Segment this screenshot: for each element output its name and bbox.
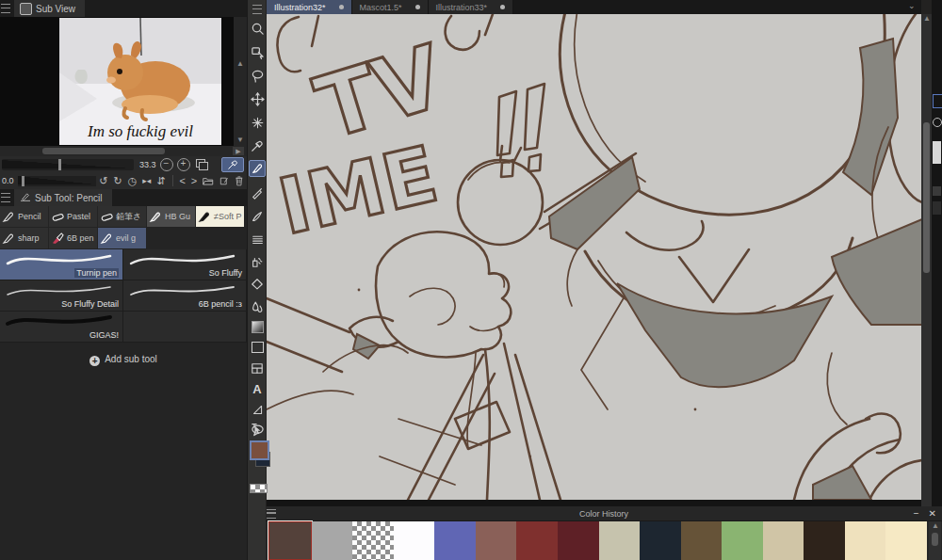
tab-illustration33[interactable]: Illustration33* bbox=[429, 0, 514, 14]
color-swatch[interactable] bbox=[476, 521, 517, 560]
hscroll-thumb[interactable] bbox=[42, 148, 165, 154]
subtool-button-evil[interactable]: evil g bbox=[98, 228, 147, 249]
tool-eyedropper[interactable] bbox=[249, 137, 266, 154]
subtool-button-hb[interactable]: HB Gu bbox=[147, 206, 196, 228]
tab-mascot15[interactable]: Mascot1.5* bbox=[352, 0, 429, 14]
add-sub-tool-button[interactable]: +Add sub tool bbox=[0, 354, 247, 366]
subtool-button-sharp[interactable]: sharp bbox=[0, 228, 49, 249]
tool-frame[interactable] bbox=[249, 360, 266, 376]
zoom-slider[interactable] bbox=[2, 159, 134, 170]
tool-decoration[interactable] bbox=[249, 231, 266, 248]
drawing-canvas[interactable]: .ln{fill:none;stroke:#5e4536;stroke-widt… bbox=[267, 14, 921, 500]
reset-time-icon[interactable]: ◷ bbox=[128, 174, 138, 187]
flip-horizontal-icon[interactable]: ▸◂ bbox=[142, 174, 151, 187]
subtool-button-6b-pen[interactable]: 6B pen bbox=[49, 228, 98, 249]
brush-item-empty[interactable] bbox=[123, 312, 247, 343]
tool-zoom[interactable] bbox=[249, 20, 266, 37]
subview-vertical-scrollbar[interactable]: ▲ ▼ bbox=[234, 17, 247, 146]
color-swatch[interactable] bbox=[885, 521, 927, 560]
color-swatch[interactable] bbox=[722, 521, 763, 560]
close-icon[interactable]: ✕ bbox=[929, 509, 936, 519]
tool-move[interactable] bbox=[249, 90, 266, 107]
color-swatch[interactable] bbox=[268, 521, 312, 560]
redo-rotate-icon[interactable]: ↻ bbox=[113, 174, 122, 187]
previous-image-icon[interactable]: < bbox=[179, 174, 185, 187]
subtool-button-pastel[interactable]: Pastel bbox=[49, 206, 98, 228]
subview-image-area[interactable]: Im so fuckig evil bbox=[0, 17, 234, 146]
undo-rotate-icon[interactable]: ↺ bbox=[99, 174, 107, 187]
edit-file-icon[interactable] bbox=[219, 176, 230, 186]
next-image-icon[interactable]: > bbox=[191, 174, 197, 187]
color-swatch[interactable] bbox=[763, 521, 804, 560]
collapsed-panel-icon[interactable] bbox=[933, 94, 942, 108]
tool-lasso[interactable] bbox=[249, 67, 266, 84]
color-swatch[interactable] bbox=[558, 521, 599, 560]
brush-item-6b-pencil[interactable]: 6B pencil :з bbox=[123, 280, 247, 312]
tool-object[interactable] bbox=[249, 43, 266, 60]
fit-vertical-icon[interactable]: ⇵ bbox=[156, 174, 165, 187]
color-swatch[interactable] bbox=[681, 521, 723, 560]
zoom-in-button[interactable]: + bbox=[177, 158, 190, 171]
tool-magic-wand[interactable] bbox=[249, 114, 266, 131]
toolbar-menu-icon[interactable] bbox=[249, 1, 266, 18]
subview-horizontal-scrollbar[interactable]: ▶ bbox=[0, 146, 247, 156]
canvas-vertical-scrollbar[interactable]: ▲ bbox=[921, 14, 932, 506]
ch-scroll-thumb[interactable] bbox=[932, 533, 938, 546]
color-swatch[interactable] bbox=[312, 521, 353, 560]
panel-menu-icon[interactable] bbox=[1, 4, 10, 13]
collapsed-panel-icon[interactable] bbox=[933, 141, 941, 164]
tool-correct-line-icon-wrap[interactable] bbox=[249, 420, 266, 437]
color-swatch[interactable] bbox=[434, 521, 476, 560]
tab-illustration32[interactable]: Illustration32* bbox=[267, 0, 352, 14]
fit-to-window-icon[interactable] bbox=[196, 159, 208, 170]
zoom-out-button[interactable]: − bbox=[160, 158, 173, 171]
scroll-up-icon[interactable]: ▲ bbox=[236, 60, 244, 68]
transparent-color-swatch[interactable] bbox=[250, 484, 268, 493]
brush-item-turnip-pen[interactable]: Turnip pen bbox=[0, 249, 123, 280]
color-swatch[interactable] bbox=[845, 521, 886, 560]
scroll-up-icon[interactable]: ▲ bbox=[932, 522, 939, 530]
color-history-scrollbar[interactable]: ▲ bbox=[929, 521, 941, 560]
tab-overflow-chevron-icon[interactable]: ⌄ bbox=[908, 1, 916, 10]
minimize-icon[interactable]: − bbox=[914, 509, 919, 519]
brush-item-so-fluffy[interactable]: So Fluffy bbox=[123, 249, 247, 280]
color-swatch[interactable] bbox=[640, 521, 681, 560]
tool-eraser[interactable] bbox=[249, 276, 266, 293]
tool-ruler[interactable] bbox=[249, 401, 266, 418]
open-file-icon[interactable] bbox=[203, 176, 213, 186]
rotation-slider[interactable] bbox=[18, 176, 97, 186]
collapsed-panel-icon[interactable] bbox=[933, 186, 941, 196]
scroll-up-icon[interactable]: ▲ bbox=[923, 15, 931, 23]
scroll-right-icon[interactable]: ▶ bbox=[233, 147, 244, 155]
color-swatch[interactable] bbox=[394, 521, 435, 560]
brush-item-gigas[interactable]: GIGAS! bbox=[0, 312, 123, 343]
color-swatch[interactable] bbox=[804, 521, 845, 560]
brush-item-so-fluffy-detail[interactable]: So Fluffy Detail bbox=[0, 280, 123, 312]
zoom-slider-thumb[interactable] bbox=[58, 159, 61, 170]
tab-subtool-pencil[interactable]: Sub Tool: Pencil bbox=[14, 189, 112, 206]
subtool-button-pencil[interactable]: Pencil bbox=[0, 206, 49, 228]
collapsed-panel-icon[interactable] bbox=[933, 118, 942, 127]
tool-pen[interactable] bbox=[249, 160, 266, 177]
tab-modified-dot[interactable] bbox=[500, 5, 505, 9]
tool-text[interactable]: A bbox=[249, 380, 266, 397]
tool-brush[interactable] bbox=[249, 208, 266, 225]
tab-modified-dot[interactable] bbox=[415, 5, 420, 9]
color-swatch[interactable] bbox=[599, 521, 641, 560]
scroll-down-icon[interactable]: ▼ bbox=[236, 136, 244, 144]
tab-sub-view[interactable]: Sub View bbox=[14, 0, 85, 17]
subtool-button-soft[interactable]: ≠Soft P bbox=[196, 206, 245, 228]
tool-airbrush[interactable] bbox=[249, 253, 266, 270]
subtool-button-enpitsu[interactable]: 鉛筆さ bbox=[98, 206, 147, 228]
auto-color-pick-button[interactable] bbox=[221, 157, 244, 172]
panel-menu-icon[interactable] bbox=[1, 193, 10, 202]
color-swatch[interactable] bbox=[516, 521, 558, 560]
delete-icon[interactable] bbox=[235, 175, 244, 186]
tab-modified-dot[interactable] bbox=[339, 5, 344, 9]
tool-figure[interactable] bbox=[249, 339, 266, 356]
tool-blend[interactable] bbox=[249, 298, 266, 315]
collapsed-panel-icon[interactable] bbox=[933, 201, 941, 215]
main-color-swatch[interactable] bbox=[250, 440, 269, 460]
rotation-slider-thumb[interactable] bbox=[22, 176, 24, 186]
tool-pencil[interactable] bbox=[249, 184, 266, 201]
